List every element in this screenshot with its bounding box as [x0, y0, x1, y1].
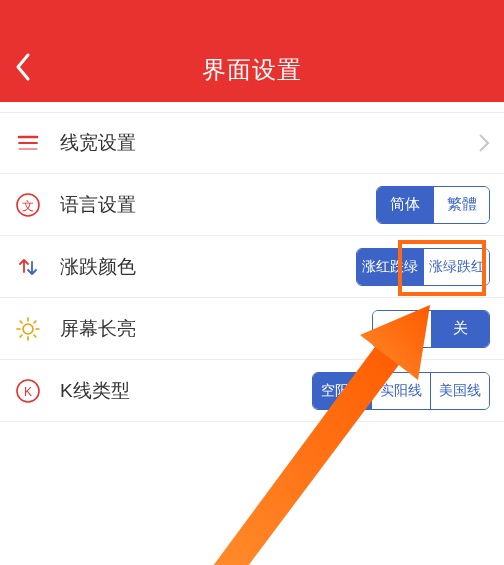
updown-color-option-green-up[interactable]: 涨绿跌红 — [423, 249, 489, 285]
updown-icon — [14, 253, 42, 281]
row-label: 语言设置 — [60, 192, 376, 218]
linewidth-icon — [14, 129, 42, 157]
svg-line-11 — [34, 335, 36, 337]
svg-line-12 — [34, 321, 36, 323]
row-label: K线类型 — [60, 378, 312, 404]
settings-list: 线宽设置 文 语言设置 简体 繁體 — [0, 112, 504, 422]
kline-option-us[interactable]: 美国线 — [430, 373, 489, 409]
screen-on-option-on[interactable]: 开 — [373, 311, 431, 347]
row-linewidth[interactable]: 线宽设置 — [0, 112, 504, 174]
row-screen-on: 屏幕长亮 开 关 — [0, 298, 504, 360]
svg-text:K: K — [24, 384, 32, 398]
segmented-kline: 空阳线 实阳线 美国线 — [312, 372, 490, 410]
row-label: 屏幕长亮 — [60, 316, 372, 342]
svg-line-13 — [20, 335, 22, 337]
chevron-right-icon — [478, 133, 490, 153]
segmented-language: 简体 繁體 — [376, 186, 490, 224]
sun-icon — [14, 315, 42, 343]
svg-point-5 — [23, 324, 33, 334]
kline-icon: K — [14, 377, 42, 405]
row-label: 涨跌颜色 — [60, 254, 356, 280]
row-kline: K K线类型 空阳线 实阳线 美国线 — [0, 360, 504, 422]
kline-option-hollow[interactable]: 空阳线 — [313, 373, 371, 409]
segmented-updown-color: 涨红跌绿 涨绿跌红 — [356, 248, 490, 286]
chevron-left-icon — [14, 52, 32, 82]
row-language: 文 语言设置 简体 繁體 — [0, 174, 504, 236]
header: 界面设置 — [0, 0, 504, 102]
row-updown-color: 涨跌颜色 涨红跌绿 涨绿跌红 — [0, 236, 504, 298]
language-option-simplified[interactable]: 简体 — [377, 187, 433, 223]
row-label: 线宽设置 — [60, 130, 478, 156]
language-option-traditional[interactable]: 繁體 — [433, 187, 489, 223]
svg-line-10 — [20, 321, 22, 323]
language-icon: 文 — [14, 191, 42, 219]
screen-on-option-off[interactable]: 关 — [431, 311, 489, 347]
segmented-screen-on: 开 关 — [372, 310, 490, 348]
page-title: 界面设置 — [202, 54, 302, 86]
updown-color-option-red-up[interactable]: 涨红跌绿 — [357, 249, 423, 285]
back-button[interactable] — [14, 52, 32, 86]
svg-text:文: 文 — [22, 198, 34, 212]
kline-option-solid[interactable]: 实阳线 — [371, 373, 430, 409]
